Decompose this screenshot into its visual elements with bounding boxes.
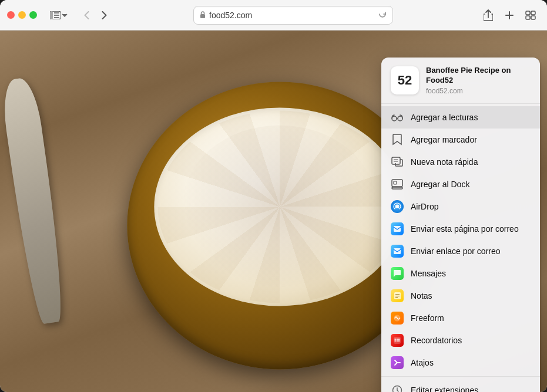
menu-label: Agregar marcador [411, 135, 477, 144]
svg-point-20 [396, 205, 399, 208]
menu-label: Recordatorios [411, 336, 462, 345]
bookmark-icon [391, 133, 404, 146]
svg-rect-11 [531, 16, 535, 19]
svg-rect-14 [392, 157, 400, 164]
mail-page-icon [391, 222, 404, 235]
site-url: food52.com [426, 87, 531, 95]
svg-rect-19 [394, 181, 397, 184]
svg-rect-21 [394, 226, 401, 232]
menu-label: Nueva nota rápida [411, 157, 478, 167]
menu-label: Atajos [411, 358, 434, 367]
menu-label: Agregar al Dock [411, 180, 469, 189]
menu-item-quick-note[interactable]: Nueva nota rápida [381, 151, 540, 173]
menu-item-messages[interactable]: Mensajes [381, 262, 540, 285]
nav-buttons [78, 7, 112, 23]
address-bar[interactable]: food52.com [193, 6, 393, 25]
svg-rect-1 [50, 11, 53, 19]
menu-item-bookmark[interactable]: Agregar marcador [381, 129, 540, 151]
browser-window: food52.com [0, 0, 547, 392]
url-text: food52.com [209, 11, 252, 20]
svg-rect-10 [526, 16, 530, 19]
content-area: 52 Banoffee Pie Recipe on Food52 food52.… [0, 31, 547, 392]
site-info: Banoffee Pie Recipe on Food52 food52.com [426, 66, 531, 95]
spoon [0, 76, 69, 325]
airdrop-icon [391, 200, 404, 213]
chevron-down-icon [62, 13, 68, 17]
menu-item-shortcuts[interactable]: Atajos [381, 352, 540, 374]
quick-note-icon [391, 156, 404, 168]
menu-item-edit-extensions[interactable]: Editar extensiones... [381, 379, 540, 392]
menu-item-airdrop[interactable]: AirDrop [381, 195, 540, 218]
close-button[interactable] [7, 11, 15, 19]
dock-icon [391, 178, 404, 191]
shortcuts-icon [391, 356, 404, 369]
site-title: Banoffee Pie Recipe on Food52 [426, 66, 531, 86]
messages-icon [391, 267, 404, 280]
svg-point-34 [397, 387, 398, 388]
sidebar-toggle-button[interactable] [46, 9, 71, 22]
forward-button[interactable] [96, 7, 112, 23]
glasses-icon [391, 111, 404, 124]
menu-label: Notas [411, 291, 432, 300]
menu-item-reading-list[interactable]: Agregar a lecturas [381, 106, 540, 129]
toolbar-right [479, 6, 540, 25]
svg-point-12 [392, 116, 397, 121]
menu-item-mail-page[interactable]: Enviar esta página por correo [381, 218, 540, 240]
menu-label: Enviar esta página por correo [411, 224, 519, 234]
menu-item-notes[interactable]: Notas [381, 285, 540, 307]
maximize-button[interactable] [29, 11, 37, 19]
menu-label: Agregar a lecturas [411, 113, 478, 122]
back-button[interactable] [78, 7, 95, 23]
popup-menu: Agregar a lecturas Agregar marcador [381, 104, 540, 376]
traffic-lights [7, 11, 37, 19]
mail-link-icon [391, 245, 404, 258]
svg-rect-8 [526, 11, 530, 15]
notes-icon [391, 289, 404, 302]
menu-item-add-dock[interactable]: Agregar al Dock [381, 173, 540, 195]
new-tab-button[interactable] [500, 6, 519, 25]
menu-label: Freeform [411, 313, 444, 323]
svg-rect-5 [200, 14, 205, 18]
site-logo: 52 [391, 66, 419, 94]
titlebar: food52.com [0, 0, 547, 31]
popup-footer: Editar extensiones... [381, 376, 540, 392]
edit-extensions-icon [391, 384, 404, 392]
share-popup: 52 Banoffee Pie Recipe on Food52 food52.… [381, 58, 540, 392]
svg-rect-18 [392, 187, 402, 189]
address-bar-container: food52.com [124, 6, 462, 25]
footer-label: Editar extensiones... [411, 386, 485, 392]
menu-label: Enviar enlace por correo [411, 246, 501, 256]
svg-rect-22 [394, 248, 401, 254]
tab-overview-button[interactable] [521, 6, 540, 25]
minimize-button[interactable] [18, 11, 26, 19]
menu-item-mail-link[interactable]: Enviar enlace por correo [381, 240, 540, 262]
menu-label: AirDrop [411, 202, 438, 211]
reload-button[interactable] [378, 10, 387, 21]
menu-item-reminders[interactable]: Recordatorios [381, 329, 540, 352]
svg-rect-28 [394, 337, 401, 344]
share-button[interactable] [479, 6, 498, 25]
popup-header: 52 Banoffee Pie Recipe on Food52 food52.… [381, 58, 540, 104]
menu-item-freeform[interactable]: Freeform [381, 307, 540, 329]
lock-icon [200, 11, 206, 19]
menu-label: Mensajes [411, 269, 446, 278]
freeform-icon [391, 312, 404, 325]
svg-rect-9 [531, 11, 535, 15]
svg-point-13 [398, 116, 402, 121]
reminders-icon [391, 334, 404, 347]
